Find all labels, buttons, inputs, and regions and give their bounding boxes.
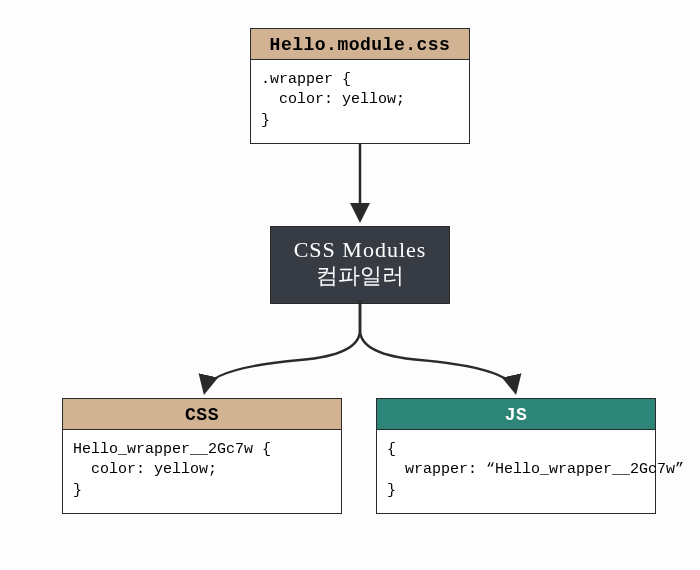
diagram-canvas: Hello.module.css .wrapper { color: yello… (0, 0, 700, 570)
css-output-code: Hello_wrapper__2Gc7w { color: yellow; } (63, 430, 341, 513)
source-file-box: Hello.module.css .wrapper { color: yello… (250, 28, 470, 144)
arrow-compiler-to-js (360, 300, 515, 390)
css-output-title: CSS (63, 399, 341, 430)
compiler-box: CSS Modules 컴파일러 (270, 226, 450, 304)
js-output-title: JS (377, 399, 655, 430)
css-output-box: CSS Hello_wrapper__2Gc7w { color: yellow… (62, 398, 342, 514)
source-file-title: Hello.module.css (251, 29, 469, 60)
js-output-box: JS { wrapper: “Hello_wrapper__2Gc7w” } (376, 398, 656, 514)
js-output-code: { wrapper: “Hello_wrapper__2Gc7w” } (377, 430, 655, 513)
compiler-subtitle: 컴파일러 (289, 261, 431, 291)
compiler-title: CSS Modules (289, 237, 431, 263)
arrow-compiler-to-css (205, 300, 360, 390)
source-file-code: .wrapper { color: yellow; } (251, 60, 469, 143)
